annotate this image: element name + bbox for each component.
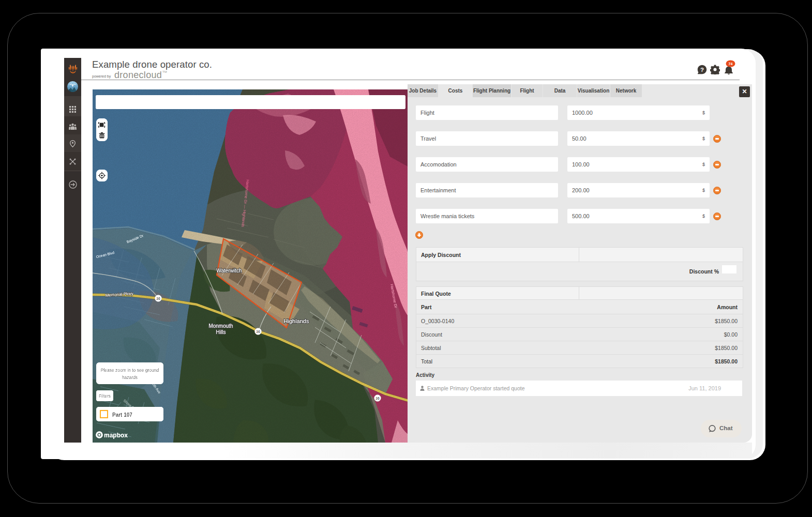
svg-text:?: ?: [700, 67, 704, 73]
svg-text:Monmouth: Monmouth: [208, 323, 233, 329]
svg-text:74: 74: [729, 62, 733, 66]
svg-text:Hills: Hills: [216, 329, 226, 335]
svg-text:36: 36: [375, 397, 380, 400]
svg-text:Part 107: Part 107: [112, 412, 132, 418]
svg-text:36: 36: [256, 330, 260, 333]
svg-text:Waterwitch: Waterwitch: [216, 268, 242, 273]
svg-text:Filters: Filters: [99, 393, 111, 399]
svg-text:hazards: hazards: [122, 375, 138, 380]
svg-text:Please zoom in to see ground: Please zoom in to see ground: [101, 368, 159, 373]
svg-text:36: 36: [156, 297, 160, 300]
svg-text:Highlands: Highlands: [284, 318, 309, 324]
svg-text:mapbox: mapbox: [104, 432, 128, 439]
